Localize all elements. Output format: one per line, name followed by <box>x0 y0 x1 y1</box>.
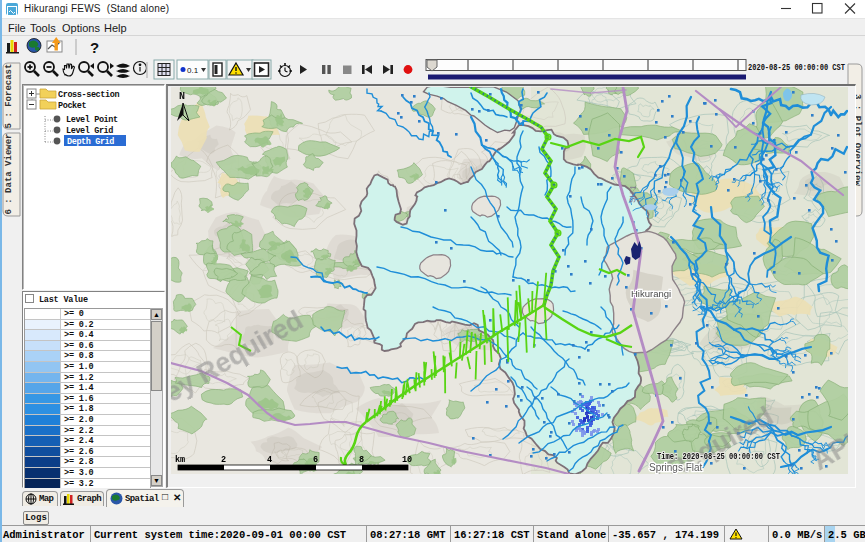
svg-text:0.1: 0.1 <box>187 66 199 75</box>
svg-text:Cross-section: Cross-section <box>58 90 119 100</box>
svg-text:Time: 2020-08-25 00:00:00 CST: Time: 2020-08-25 00:00:00 CST <box>657 451 780 462</box>
svg-text:Depth Grid: Depth Grid <box>67 137 114 147</box>
svg-text:Springs Flat: Springs Flat <box>649 462 703 473</box>
svg-text:Hikurangi: Hikurangi <box>631 288 671 299</box>
svg-text:5 : Forecast: 5 : Forecast <box>4 64 14 129</box>
svg-text:Level Point: Level Point <box>66 115 118 125</box>
svg-text:SH 1: SH 1 <box>628 184 638 203</box>
svg-text:8: 8 <box>359 455 364 465</box>
svg-text:km: km <box>175 455 185 465</box>
svg-text:10: 10 <box>402 455 412 465</box>
svg-text:4: 4 <box>267 455 272 465</box>
svg-text:Level Grid: Level Grid <box>66 126 113 136</box>
svg-text:6 : Data Viewer: 6 : Data Viewer <box>4 133 14 214</box>
svg-text:2: 2 <box>221 455 226 465</box>
svg-text:?: ? <box>90 39 99 56</box>
svg-text:6: 6 <box>313 455 318 465</box>
svg-text:Pocket: Pocket <box>58 101 87 111</box>
svg-text:N: N <box>179 91 185 102</box>
svg-text:2020-08-25 00:00:00 CST: 2020-08-25 00:00:00 CST <box>748 63 845 73</box>
